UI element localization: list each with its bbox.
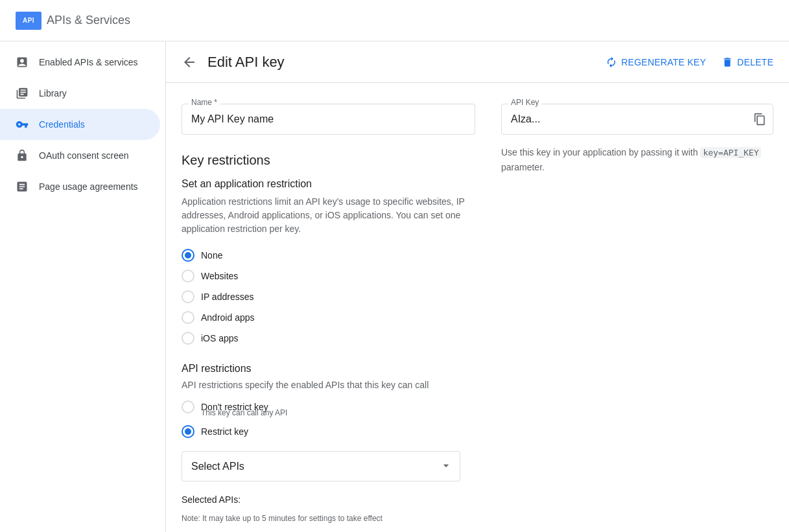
radio-android-apps[interactable]: Android apps bbox=[182, 311, 475, 324]
page-usage-icon bbox=[16, 180, 29, 193]
sidebar-item-page-usage[interactable]: Page usage agreements bbox=[0, 171, 160, 202]
radio-label-android: Android apps bbox=[201, 312, 255, 323]
sidebar-item-label: Page usage agreements bbox=[39, 181, 138, 192]
dont-restrict-sublabel: This key can call any API bbox=[201, 408, 475, 417]
radio-circle-android bbox=[182, 311, 194, 324]
radio-dont-restrict-container: Don't restrict key This key can call any… bbox=[182, 400, 475, 417]
name-field-group: Name * bbox=[182, 104, 475, 135]
radio-ios-apps[interactable]: iOS apps bbox=[182, 332, 475, 345]
radio-circle-dont-restrict bbox=[182, 400, 194, 413]
radio-label-none: None bbox=[201, 250, 222, 260]
radio-label-ios: iOS apps bbox=[201, 333, 239, 343]
oauth-icon bbox=[16, 149, 29, 162]
page-content: Name * Key restrictions Set an applicati… bbox=[166, 83, 789, 532]
radio-none[interactable]: None bbox=[182, 249, 475, 262]
key-restrictions-title: Key restrictions bbox=[182, 153, 475, 168]
library-icon bbox=[16, 87, 29, 100]
api-restrictions-section: API restrictions API restrictions specif… bbox=[182, 363, 475, 505]
select-apis-dropdown[interactable]: Select APIs bbox=[182, 451, 460, 481]
regenerate-key-button[interactable]: REGENERATE KEY bbox=[606, 56, 706, 68]
api-key-desc-text-2: parameter. bbox=[501, 162, 545, 172]
api-key-field-container: API Key bbox=[501, 104, 773, 135]
enabled-apis-icon bbox=[16, 56, 29, 69]
name-field-label: Name * bbox=[189, 98, 220, 107]
selected-apis-label: Selected APIs: bbox=[182, 494, 475, 505]
sidebar-item-oauth[interactable]: OAuth consent screen bbox=[0, 140, 160, 171]
delete-button[interactable]: DELETE bbox=[722, 56, 773, 68]
main-layout: Enabled APIs & services Library Credenti… bbox=[0, 41, 789, 532]
left-panel: Name * Key restrictions Set an applicati… bbox=[182, 104, 475, 511]
radio-restrict-key[interactable]: Restrict key bbox=[182, 425, 475, 438]
back-button[interactable] bbox=[182, 54, 197, 70]
sidebar-item-label: OAuth consent screen bbox=[39, 150, 129, 161]
delete-label: DELETE bbox=[737, 57, 773, 67]
radio-label-restrict: Restrict key bbox=[201, 426, 248, 437]
api-key-code: key=API_KEY bbox=[700, 147, 761, 158]
name-field-container: Name * bbox=[182, 104, 475, 135]
api-key-description: Use this key in your application by pass… bbox=[501, 145, 773, 174]
api-restrictions-desc: API restrictions specify the enabled API… bbox=[182, 380, 475, 390]
copy-icon bbox=[753, 113, 766, 126]
api-key-label: API Key bbox=[508, 98, 541, 107]
name-input[interactable] bbox=[182, 104, 475, 134]
top-app-bar: API APIs & Services bbox=[0, 0, 789, 41]
radio-circle-none bbox=[182, 249, 194, 262]
api-logo-box: API bbox=[16, 12, 41, 30]
sidebar-item-label: Library bbox=[39, 88, 67, 98]
radio-ip-addresses[interactable]: IP addresses bbox=[182, 290, 475, 303]
sidebar-item-library[interactable]: Library bbox=[0, 78, 160, 109]
api-key-desc-text-1: Use this key in your application by pass… bbox=[501, 147, 700, 157]
page-title: Edit API key bbox=[207, 54, 595, 71]
sidebar-item-credentials[interactable]: Credentials bbox=[0, 109, 160, 140]
content-area: Edit API key REGENERATE KEY DELETE bbox=[166, 41, 789, 532]
credentials-icon bbox=[16, 118, 29, 131]
header-actions: REGENERATE KEY DELETE bbox=[606, 56, 773, 68]
app-restriction-title: Set an application restriction bbox=[182, 178, 475, 190]
sidebar: Enabled APIs & services Library Credenti… bbox=[0, 41, 166, 532]
copy-button[interactable] bbox=[753, 113, 766, 126]
radio-label-ip: IP addresses bbox=[201, 292, 253, 302]
api-key-field-group: API Key bbox=[501, 104, 773, 135]
app-restriction-radio-group: None Websites IP addresses bbox=[182, 249, 475, 345]
delete-icon bbox=[722, 56, 733, 68]
radio-circle-websites bbox=[182, 270, 194, 283]
api-restrictions-title: API restrictions bbox=[182, 363, 475, 375]
note-text: Note: It may take up to 5 minutes for se… bbox=[182, 513, 475, 524]
page-header: Edit API key REGENERATE KEY DELETE bbox=[166, 41, 789, 83]
app-restriction-desc: Application restrictions limit an API ke… bbox=[182, 195, 475, 236]
app-title: APIs & Services bbox=[47, 14, 130, 27]
regenerate-key-label: REGENERATE KEY bbox=[621, 57, 706, 67]
sidebar-item-label: Credentials bbox=[39, 119, 85, 130]
key-restrictions-section: Key restrictions Set an application rest… bbox=[182, 153, 475, 505]
app-logo: API APIs & Services bbox=[16, 12, 130, 30]
right-panel: API Key Use this key in your application… bbox=[501, 104, 773, 511]
radio-circle-ip bbox=[182, 290, 194, 303]
radio-websites[interactable]: Websites bbox=[182, 270, 475, 283]
radio-label-websites: Websites bbox=[201, 271, 238, 281]
regenerate-icon bbox=[606, 56, 617, 68]
app-restriction-section: Set an application restriction Applicati… bbox=[182, 178, 475, 345]
radio-circle-restrict bbox=[182, 425, 194, 438]
sidebar-item-label: Enabled APIs & services bbox=[39, 57, 138, 67]
select-apis-container: Select APIs bbox=[182, 451, 460, 481]
radio-circle-ios bbox=[182, 332, 194, 345]
api-restriction-radio-group: Don't restrict key This key can call any… bbox=[182, 400, 475, 438]
api-key-input[interactable] bbox=[502, 104, 773, 134]
sidebar-item-enabled-apis[interactable]: Enabled APIs & services bbox=[0, 47, 160, 78]
